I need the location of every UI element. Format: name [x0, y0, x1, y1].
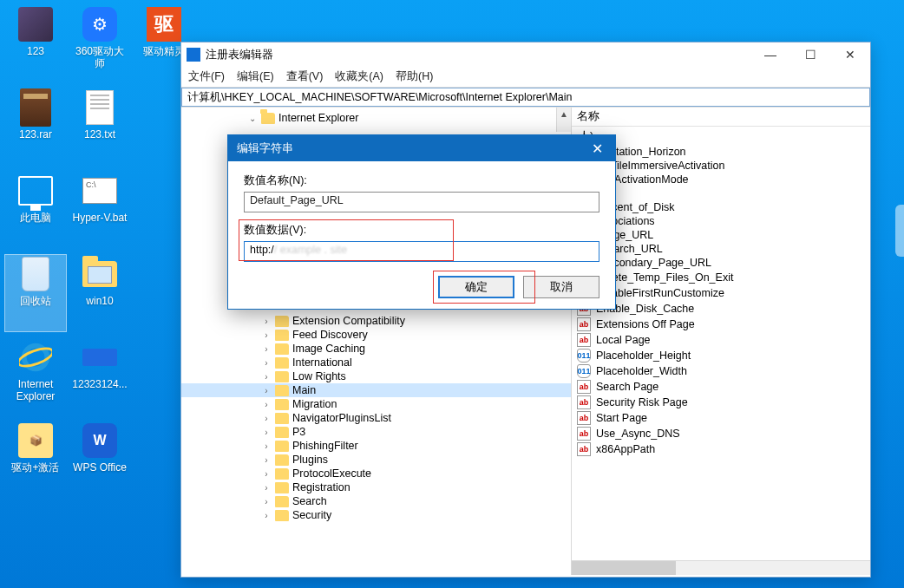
value-row[interactable]: abSearch Page [572, 379, 870, 395]
value-row[interactable]: abx86AppPath [572, 441, 870, 457]
desktop-icon-recycle-bin[interactable]: 回收站 [5, 255, 66, 331]
folder-icon [275, 482, 289, 493]
tree-node-navigatorpluginslist[interactable]: ›NavigatorPluginsList [181, 411, 571, 425]
menu-help[interactable]: 帮助(H) [396, 69, 433, 84]
expand-icon[interactable]: › [261, 469, 272, 479]
desktop-icon-driver-activate[interactable]: 📦驱动+激活 [5, 421, 66, 498]
folder-icon [275, 316, 289, 327]
value-row[interactable]: abExtensions Off Page [572, 317, 870, 332]
horizontal-scrollbar[interactable] [572, 560, 870, 575]
menu-favorites[interactable]: 收藏夹(A) [335, 69, 383, 84]
value-row[interactable]: he_Percent_of_Disk [572, 200, 870, 214]
tree-node-label: Security [292, 509, 331, 521]
scroll-thumb[interactable] [572, 561, 676, 575]
value-row[interactable]: ck_Associations [572, 214, 870, 228]
tree-node-label: Search [292, 495, 327, 507]
tree-node-security[interactable]: ›Security [181, 508, 571, 522]
value-row[interactable]: ault_Secondary_Page_URL [572, 256, 870, 270]
value-row[interactable]: hor_Visitation_Horizon [572, 145, 870, 159]
expand-icon[interactable]: › [261, 483, 272, 493]
value-data-input[interactable]: http:// example . site [244, 241, 599, 262]
values-list[interactable]: 人)hor_Visitation_HorizonlicationTileImme… [572, 127, 870, 560]
dialog-title: 编辑字符串 [237, 140, 293, 156]
value-row[interactable]: abUse_Async_DNS [572, 426, 870, 441]
value-name-field[interactable]: Default_Page_URL [244, 192, 599, 212]
value-row[interactable]: abLocal Page [572, 332, 870, 348]
address-bar[interactable]: 计算机\HKEY_LOCAL_MACHINE\SOFTWARE\Microsof… [181, 88, 870, 107]
expand-icon[interactable]: › [261, 330, 272, 340]
value-row[interactable]: oHide [572, 186, 870, 200]
string-value-icon: ab [577, 427, 591, 441]
value-row[interactable]: 011Placeholder_Height [572, 348, 870, 363]
tree-node-main[interactable]: ›Main [181, 383, 571, 397]
tree-node-international[interactable]: ›International [181, 356, 571, 369]
value-row[interactable]: licationTileImmersiveActivation [572, 159, 870, 173]
value-row[interactable]: ault_Search_URL [572, 242, 870, 256]
value-row[interactable]: abEnable_Disk_Cache [572, 301, 870, 317]
tree-node-protocolexecute[interactable]: ›ProtocolExecute [181, 467, 571, 480]
tree-scrollbar[interactable]: ▲ [556, 108, 571, 132]
desktop-icon-label: 360驱动大师 [70, 45, 129, 70]
tree-node-phishingfilter[interactable]: ›PhishingFilter [181, 439, 571, 453]
desktop-icon-hyperv[interactable]: Hyper-V.bat [69, 172, 130, 248]
expand-icon[interactable]: › [261, 455, 272, 465]
expand-icon[interactable]: › [261, 400, 272, 409]
expand-icon[interactable]: › [261, 358, 272, 368]
tree-node-extension-compatibility[interactable]: ›Extension Compatibility [181, 314, 571, 328]
value-row[interactable]: abDelete_Temp_Files_On_Exit [572, 270, 870, 285]
desktop-icon-360driver[interactable]: ⚙360驱动大师 [69, 5, 130, 82]
close-button[interactable]: ✕ [830, 42, 870, 67]
ok-button[interactable]: 确定 [438, 276, 514, 298]
expand-icon[interactable]: › [261, 317, 272, 326]
value-row[interactable]: 011Placeholder_Width [572, 363, 870, 379]
value-row[interactable]: ociationActivationMode [572, 173, 870, 186]
expand-icon[interactable]: › [261, 497, 272, 506]
desktop-icon-this-pc[interactable]: 此电脑 [5, 172, 66, 248]
value-name-label: 数值名称(N): [244, 173, 599, 188]
tree-node-label: Plugins [292, 454, 328, 466]
column-header-name[interactable]: 名称 [572, 108, 870, 127]
scroll-up-icon[interactable]: ▲ [557, 108, 571, 120]
menu-file[interactable]: 文件(F) [188, 69, 225, 84]
tree-node-feed-discovery[interactable]: ›Feed Discovery [181, 328, 571, 342]
dialog-titlebar[interactable]: 编辑字符串 ✕ [228, 135, 615, 161]
expand-icon[interactable]: › [261, 414, 272, 423]
string-value-icon: ab [577, 333, 591, 347]
desktop-icon-12323124[interactable]: 12323124... [69, 338, 130, 415]
cancel-button[interactable]: 取消 [523, 276, 599, 298]
desktop-icon-123rar[interactable]: 123.rar [5, 88, 66, 165]
tree-node-plugins[interactable]: ›Plugins [181, 453, 571, 467]
edge-ui-handle[interactable] [895, 205, 904, 257]
value-row[interactable]: ault_Page_URL [572, 228, 870, 242]
desktop-icon-wps[interactable]: WWPS Office [69, 421, 130, 498]
tree-node-search[interactable]: ›Search [181, 494, 571, 508]
tree-node-p3[interactable]: ›P3 [181, 425, 571, 439]
collapse-icon[interactable]: ⌄ [247, 114, 258, 123]
expand-icon[interactable]: › [261, 441, 272, 451]
expand-icon[interactable]: › [261, 372, 272, 382]
value-row[interactable]: abStart Page [572, 410, 870, 426]
tree-node-low-rights[interactable]: ›Low Rights [181, 369, 571, 383]
tree-node-migration[interactable]: ›Migration [181, 397, 571, 411]
menu-edit[interactable]: 编辑(E) [237, 69, 274, 84]
expand-icon[interactable]: › [261, 344, 272, 354]
tree-node-registration[interactable]: ›Registration [181, 480, 571, 494]
minimize-button[interactable]: — [750, 42, 790, 67]
expand-icon[interactable]: › [261, 428, 272, 437]
value-row[interactable]: 人) [572, 128, 870, 145]
value-row[interactable]: 011DisableFirstRunCustomize [572, 285, 870, 301]
tree-node-label: International [292, 356, 352, 369]
tree-node-internet-explorer[interactable]: ⌄Internet Explorer [181, 111, 571, 125]
desktop-icon-win10[interactable]: win10 [69, 255, 130, 331]
desktop-icon-123txt[interactable]: 123.txt [69, 88, 130, 165]
tree-node-image-caching[interactable]: ›Image Caching [181, 342, 571, 356]
expand-icon[interactable]: › [261, 386, 272, 395]
desktop-icon-123[interactable]: 123 [5, 5, 66, 82]
titlebar[interactable]: 注册表编辑器 — ☐ ✕ [181, 42, 870, 67]
value-row[interactable]: abSecurity Risk Page [572, 395, 870, 410]
desktop-icon-ie[interactable]: Internet Explorer [5, 338, 66, 415]
maximize-button[interactable]: ☐ [790, 42, 830, 67]
menu-view[interactable]: 查看(V) [286, 69, 324, 84]
dialog-close-button[interactable]: ✕ [579, 135, 615, 161]
expand-icon[interactable]: › [261, 511, 272, 520]
